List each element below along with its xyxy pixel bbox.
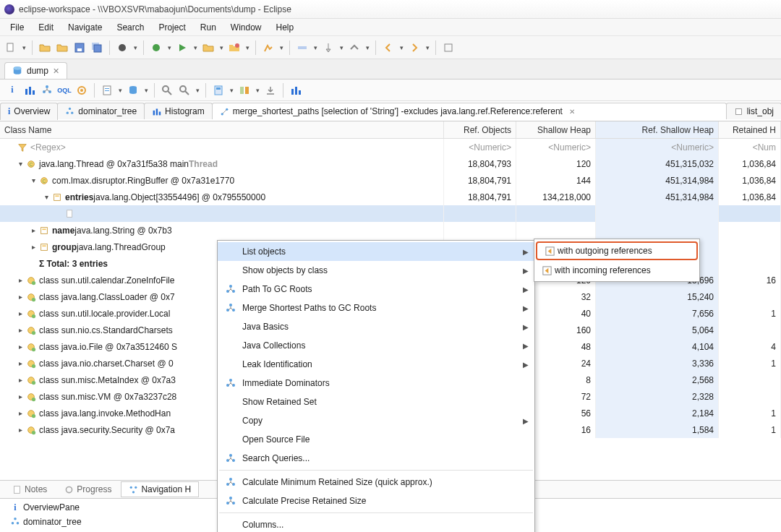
nav-up-button[interactable]	[346, 40, 362, 56]
expander-icon[interactable]	[16, 376, 25, 385]
table-row[interactable]	[0, 205, 781, 222]
ctx-item[interactable]: Immediate Dominators	[218, 374, 534, 392]
ctx-item[interactable]: Calculate Minimum Retained Size (quick a…	[218, 473, 534, 492]
save-button[interactable]	[72, 40, 88, 56]
close-tab-icon[interactable]: ✕	[569, 108, 575, 116]
expander-icon[interactable]	[55, 210, 64, 218]
export-icon[interactable]	[263, 82, 278, 98]
filter-numeric[interactable]: <Num	[753, 142, 776, 153]
tab-overview[interactable]: i Overview	[0, 103, 58, 120]
expander-icon[interactable]	[29, 259, 38, 268]
expander-icon[interactable]	[16, 359, 25, 368]
histogram2-icon[interactable]	[288, 82, 304, 98]
expander-icon[interactable]	[42, 193, 51, 202]
menu-file[interactable]: File	[3, 20, 31, 35]
menu-help[interactable]: Help	[269, 20, 302, 35]
find2-icon[interactable]	[176, 82, 192, 98]
ctx-item[interactable]: Merge Shortest Paths to GC Roots▶	[218, 299, 534, 317]
filter-numeric[interactable]: <Numeric>	[469, 142, 511, 153]
ctx-item[interactable]: Show objects by class▶	[218, 261, 534, 280]
expander-icon[interactable]	[16, 426, 25, 434]
menu-project[interactable]: Project	[151, 20, 192, 35]
save-all-button[interactable]	[89, 40, 105, 56]
close-editor-icon[interactable]: ✕	[53, 66, 59, 76]
col-ref-objects[interactable]: Ref. Objects	[444, 121, 516, 138]
col-shallow-heap[interactable]: Shallow Heap	[516, 121, 596, 138]
ctx-item[interactable]: Java Collections▶	[218, 336, 534, 355]
collapse-button[interactable]	[440, 40, 456, 56]
col-retained-heap[interactable]: Retained H	[719, 121, 781, 138]
tab-navigation-history[interactable]: Navigation H	[121, 481, 199, 497]
run-button[interactable]	[174, 40, 190, 56]
tab-dominator-tree[interactable]: dominator_tree	[57, 103, 145, 119]
filter-numeric[interactable]: <Numeric>	[671, 142, 714, 153]
ctx-item[interactable]: List objects▶	[218, 242, 534, 261]
filter-numeric[interactable]: <Numeric>	[548, 142, 591, 153]
submenu-item[interactable]: with outgoing references	[536, 241, 698, 260]
ctx-item[interactable]: Show Retained Set	[218, 392, 534, 411]
table-row[interactable]: name java.lang.String @ 0x7b3	[0, 222, 781, 239]
expander-icon[interactable]	[16, 293, 25, 301]
expander-icon[interactable]	[16, 409, 25, 418]
ctx-item[interactable]: Copy▶	[218, 411, 534, 430]
ctx-item[interactable]: Calculate Precise Retained Size	[218, 492, 534, 510]
ext-tools-button[interactable]	[226, 40, 242, 56]
back-button[interactable]	[380, 40, 396, 56]
expander-icon[interactable]	[29, 243, 38, 252]
expander-icon[interactable]	[16, 309, 25, 318]
ctx-item[interactable]: Columns...	[218, 515, 534, 532]
menu-edit[interactable]: Edit	[31, 20, 61, 35]
table-row[interactable]: C com.lmax.disruptor.RingBuffer @ 0x7a31…	[0, 172, 781, 189]
tab-histogram[interactable]: Histogram	[144, 103, 213, 119]
expander-icon[interactable]	[16, 276, 25, 285]
tab-merge-shortest-paths[interactable]: merge_shortest_paths [selection of 'Stri…	[212, 103, 727, 119]
search-button[interactable]	[260, 40, 276, 56]
query-icon[interactable]	[125, 82, 141, 98]
tab-list-obj[interactable]: list_obj	[726, 103, 781, 119]
expander-icon[interactable]	[29, 176, 38, 185]
tab-notes[interactable]: Notes	[4, 481, 55, 497]
histogram-icon[interactable]	[22, 82, 38, 98]
ctx-item[interactable]: Search Queries...	[218, 449, 534, 468]
calc-icon[interactable]	[210, 82, 226, 98]
info-icon[interactable]: i	[4, 82, 20, 98]
editor-tab-dump[interactable]: dump ✕	[4, 62, 67, 79]
toggle-button[interactable]	[294, 40, 310, 56]
expander-icon[interactable]	[16, 326, 25, 335]
dominator-icon[interactable]	[39, 82, 55, 98]
open-folder-button[interactable]	[37, 40, 53, 56]
open-folder2-button[interactable]	[54, 40, 70, 56]
col-ref-shallow-heap[interactable]: Ref. Shallow Heap	[596, 121, 719, 138]
table-row[interactable]: entries java.lang.Object[33554496] @ 0x7…	[0, 189, 781, 205]
forward-button[interactable]	[406, 40, 422, 56]
expander-icon[interactable]	[16, 343, 25, 351]
menu-navigate[interactable]: Navigate	[61, 20, 109, 35]
table-row[interactable]: Cjava.lang.Thread @ 0x7a31f5a38 main Thr…	[0, 155, 781, 172]
pin-button[interactable]	[320, 40, 336, 56]
menu-window[interactable]: Window	[223, 20, 269, 35]
submenu-item[interactable]: with incoming references	[534, 261, 699, 280]
debug-button[interactable]	[148, 40, 164, 56]
ctx-item[interactable]: Open Source File	[218, 430, 534, 449]
menu-run[interactable]: Run	[193, 20, 223, 35]
col-class-name[interactable]: Class Name	[0, 121, 444, 138]
ctx-item[interactable]: Path To GC Roots▶	[218, 280, 534, 299]
new-button[interactable]	[3, 40, 19, 56]
report-icon[interactable]	[99, 82, 115, 98]
tab-progress[interactable]: Progress	[56, 481, 119, 497]
menu-bar: File Edit Navigate Search Project Run Wi…	[0, 19, 781, 36]
find-icon[interactable]	[159, 82, 175, 98]
oql-icon[interactable]: OQL	[56, 82, 72, 98]
compare-icon[interactable]	[236, 82, 252, 98]
coverage-button[interactable]	[200, 40, 216, 56]
expander-icon[interactable]	[16, 392, 25, 401]
expander-icon[interactable]	[29, 226, 38, 235]
thread-icon[interactable]	[74, 82, 90, 98]
skip-breakpoints-button[interactable]	[114, 40, 130, 56]
ctx-item[interactable]: Leak Identification▶	[218, 355, 534, 374]
filter-regex[interactable]: <Regex>	[0, 139, 444, 155]
expander-icon[interactable]	[16, 160, 25, 168]
ctx-item[interactable]: Java Basics▶	[218, 317, 534, 336]
new-dropdown[interactable]: ▾	[20, 44, 27, 51]
menu-search[interactable]: Search	[109, 20, 151, 35]
